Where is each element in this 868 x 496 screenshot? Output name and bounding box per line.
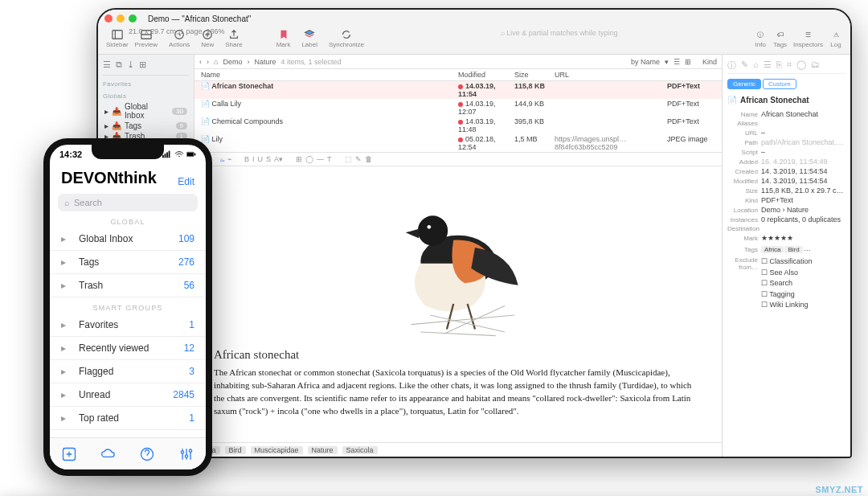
- section-smart: SMART GROUPS: [50, 304, 206, 312]
- view-icons-icon[interactable]: ⊞: [685, 58, 691, 66]
- pathbar: ‹ › ⌂ Demo› Nature 4 items, 1 selected b…: [194, 55, 722, 69]
- list-item[interactable]: ▸Bookmarks6: [50, 469, 206, 476]
- window-title: Demo — "African Stonechat": [148, 14, 844, 23]
- phone-tabbar[interactable]: [50, 437, 206, 469]
- inspector-field: Size115,8 KB, 21.0 x 29.7 cm, 1 page: [727, 186, 845, 195]
- svg-rect-0: [113, 31, 122, 39]
- svg-line-13: [411, 315, 514, 325]
- inspector-field: Mark★★★★★: [727, 233, 845, 243]
- label-button[interactable]: Label: [301, 29, 317, 48]
- tag-chip[interactable]: Bird: [784, 246, 802, 253]
- inspector-field: Destination: [727, 224, 845, 233]
- preview-toolbar[interactable]: ‹› ⎁⌁ BIUSA▾ ⊞◯—T ⬚✎🗑: [194, 152, 722, 166]
- crumb-home-icon[interactable]: ⌂: [214, 58, 218, 66]
- sidebar-section-globals: Globals: [103, 92, 189, 100]
- list-item[interactable]: ▸Tags276: [50, 251, 206, 274]
- list-header[interactable]: NameModifiedSizeURL: [194, 69, 722, 81]
- inspector-field: Instances0 replicants, 0 duplicates: [727, 215, 845, 224]
- inspector-field: URL–: [727, 128, 845, 137]
- breadcrumb[interactable]: Nature: [254, 58, 276, 66]
- window-subtitle: 21.0 x 29.7 cm, 1 page, 186%: [129, 27, 225, 35]
- traffic-lights[interactable]: [104, 14, 137, 23]
- status-time: 14:32: [59, 150, 82, 159]
- svg-rect-20: [169, 151, 170, 158]
- share-button[interactable]: Share: [225, 29, 242, 48]
- article-heading: African stonechat: [214, 348, 702, 362]
- tag-bar: icaBirdMuscicapidaeNatureSaxicola: [194, 442, 722, 457]
- list-item[interactable]: ▸Trash56: [50, 274, 206, 297]
- column-kind-label: Kind: [702, 58, 717, 66]
- svg-point-33: [189, 449, 191, 452]
- inspector-field: Modified14. 3.2019, 11:54:54: [727, 176, 845, 186]
- sidebar-button[interactable]: Sidebar: [106, 29, 129, 48]
- document-preview: African stonechat The African stonechat …: [194, 166, 722, 442]
- close-icon[interactable]: [104, 14, 113, 23]
- toolbar-search[interactable]: Live & partial matches while typing: [506, 29, 617, 37]
- inspector-field: NameAfrican Stonechat: [727, 109, 845, 119]
- sort-toggle[interactable]: by Name: [631, 58, 660, 66]
- sidebar-section-favorites: Favorites: [103, 80, 189, 88]
- svg-rect-22: [187, 153, 194, 156]
- table-row[interactable]: 📄 African Stonechat14.03.19, 11:54115,8 …: [194, 81, 722, 99]
- list-item[interactable]: ▸Top rated1: [50, 407, 206, 430]
- cloud-icon: [100, 446, 117, 462]
- pill-generic[interactable]: Generic: [727, 79, 761, 89]
- nav-fwd-icon[interactable]: ›: [207, 58, 209, 66]
- pill-custom[interactable]: Custom: [763, 79, 796, 89]
- tag-chip[interactable]: Muscicapidae: [251, 446, 303, 454]
- list-item[interactable]: ▸Favorites1: [50, 314, 206, 337]
- mark-button[interactable]: Mark: [276, 29, 291, 48]
- tag-chip[interactable]: Nature: [308, 446, 338, 454]
- tag-chip[interactable]: Bird: [225, 446, 246, 454]
- list-item[interactable]: ▸Global Inbox109: [50, 228, 206, 251]
- log-button[interactable]: ⚠Log: [829, 29, 842, 48]
- inspector-field: Created14. 3.2019, 11:54:54: [727, 166, 845, 176]
- inspector: ⓘ✎⌕☰⎘⌗◯🗂 Generic Custom 📄African Stonech…: [722, 55, 850, 457]
- inspector-field: Aliases: [727, 119, 845, 128]
- article-body: The African stonechat or common stonecha…: [214, 367, 702, 418]
- sidebar-item[interactable]: ▸📥Tags9: [103, 121, 189, 131]
- inspectors-button[interactable]: ☰Inspectors: [793, 29, 823, 48]
- list-item[interactable]: ▸Unread2845: [50, 383, 206, 407]
- inspector-field: Added16. 4.2019, 11:54:49: [727, 157, 845, 166]
- minimize-icon[interactable]: [117, 14, 125, 23]
- add-icon: [61, 446, 77, 462]
- nav-back-icon[interactable]: ‹: [199, 58, 202, 66]
- help-icon: [139, 446, 155, 462]
- svg-rect-17: [162, 155, 164, 158]
- info-icon: ⓘ: [727, 59, 736, 72]
- zoom-icon[interactable]: [129, 14, 137, 23]
- svg-point-10: [428, 225, 432, 229]
- file-icon: 📄: [727, 96, 737, 105]
- info-button[interactable]: ⓘInfo: [754, 29, 767, 48]
- tag-chip[interactable]: Africa: [761, 246, 784, 253]
- app-title: DEVONthink: [61, 169, 157, 187]
- svg-line-16: [420, 332, 495, 336]
- table-row[interactable]: 📄 Chemical Compounds14.03.19, 11:48395,8…: [194, 117, 722, 134]
- search-input[interactable]: ⌕Search: [58, 194, 198, 211]
- tag-chip[interactable]: Saxicola: [342, 446, 378, 454]
- synchronize-button[interactable]: Synchronize: [329, 29, 364, 48]
- inspector-field: Pathpath/African Stonechat.pdf: [727, 137, 845, 147]
- notch: [92, 145, 164, 159]
- table-row[interactable]: 📄 Lily05.02.18, 12:541,5 MBhttps://image…: [194, 134, 722, 152]
- inspector-field: KindPDF+Text: [727, 195, 845, 205]
- breadcrumb[interactable]: Demo: [223, 58, 242, 66]
- settings-icon: [178, 446, 194, 462]
- inspector-icon-strip[interactable]: ⓘ✎⌕☰⎘⌗◯🗂: [727, 58, 845, 74]
- list-item[interactable]: ▸Flagged3: [50, 360, 206, 383]
- view-list-icon[interactable]: ☰: [674, 58, 680, 66]
- inspector-field: Script–: [727, 147, 845, 157]
- sidebar-item[interactable]: ▸📥Global Inbox30: [103, 101, 189, 121]
- wifi-icon: [174, 150, 184, 158]
- svg-rect-19: [166, 152, 168, 158]
- list-item[interactable]: ▸Recently viewed12: [50, 337, 206, 360]
- edit-button[interactable]: Edit: [178, 176, 194, 187]
- tags-button[interactable]: 🏷Tags: [773, 29, 787, 48]
- svg-point-32: [185, 454, 187, 457]
- watermark: SMYZ.NET: [815, 485, 863, 494]
- svg-point-9: [418, 215, 448, 245]
- table-row[interactable]: 📄 Calla Lily14.03.19, 12:07144,9 KBPDF+T…: [194, 99, 722, 117]
- inspector-title: African Stonechat: [740, 96, 809, 105]
- sidebar-toolbar[interactable]: ☰⧉⤓⊞: [103, 58, 189, 76]
